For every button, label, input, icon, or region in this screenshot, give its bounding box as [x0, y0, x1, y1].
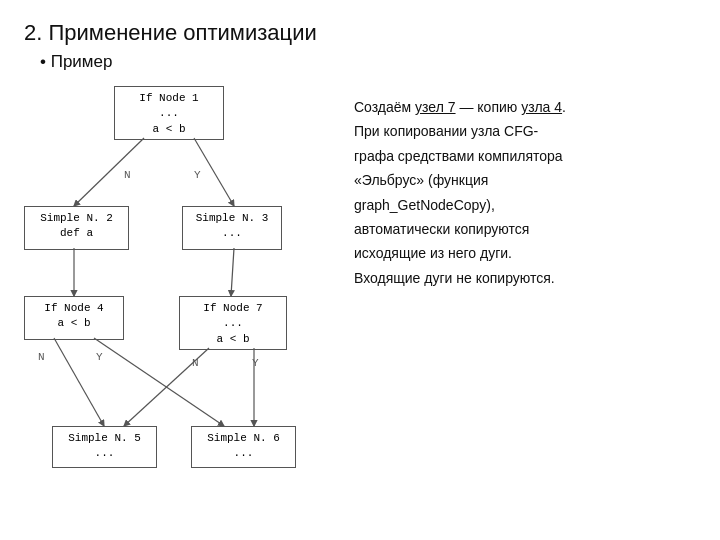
desc-line3: графа средствами компилятора: [354, 145, 696, 167]
svg-line-1: [194, 138, 234, 206]
desc-line8: Входящие дуги не копируются.: [354, 267, 696, 289]
svg-text:N: N: [38, 351, 45, 363]
svg-text:N: N: [124, 169, 131, 181]
page-title: 2. Применение оптимизации: [24, 20, 696, 46]
node-7: If Node 7...a < b: [179, 296, 287, 350]
node-2: Simple N. 2def a: [24, 206, 129, 250]
desc-line1: Создаём узел 7 — копию узла 4.: [354, 96, 696, 118]
description: Создаём узел 7 — копию узла 4. При копир…: [354, 86, 696, 291]
svg-text:Y: Y: [252, 357, 259, 369]
desc-line5: graph_GetNodeCopy),: [354, 194, 696, 216]
desc-line6: автоматически копируются: [354, 218, 696, 240]
node-1: If Node 1...a < b: [114, 86, 224, 140]
svg-line-4: [54, 338, 104, 426]
svg-line-3: [231, 248, 234, 296]
svg-line-6: [124, 348, 209, 426]
content-area: N Y N Y N Y If Node 1...a < b Simple N. …: [24, 86, 696, 496]
desc-line2: При копировании узла CFG-: [354, 120, 696, 142]
node-3: Simple N. 3...: [182, 206, 282, 250]
diagram: N Y N Y N Y If Node 1...a < b Simple N. …: [24, 86, 334, 496]
svg-line-0: [74, 138, 144, 206]
svg-line-5: [94, 338, 224, 426]
desc-line7: исходящие из него дуги.: [354, 242, 696, 264]
node-4: If Node 4a < b: [24, 296, 124, 340]
node-6: Simple N. 6...: [191, 426, 296, 468]
bullet-subtitle: • Пример: [40, 52, 696, 72]
svg-text:Y: Y: [194, 169, 201, 181]
svg-text:N: N: [192, 357, 199, 369]
node-5: Simple N. 5...: [52, 426, 157, 468]
svg-text:Y: Y: [96, 351, 103, 363]
desc-line4: «Эльбрус» (функция: [354, 169, 696, 191]
